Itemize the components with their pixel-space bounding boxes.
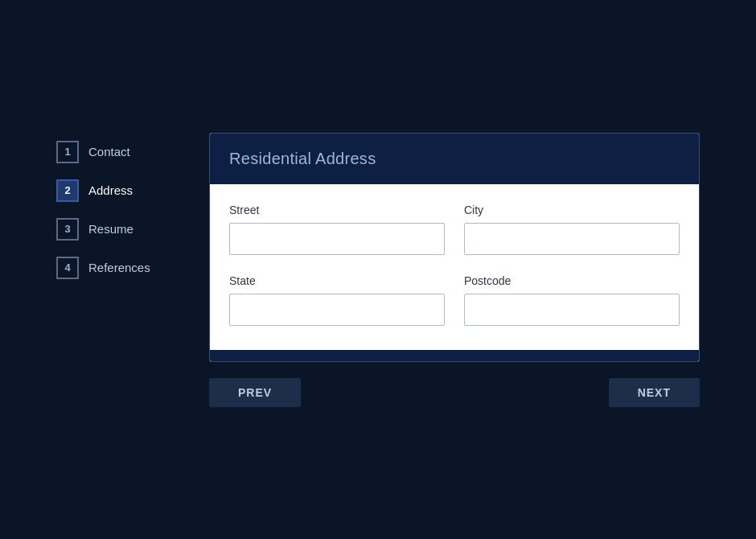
sidebar-label-references: References [88, 261, 150, 274]
form-footer [210, 350, 699, 361]
form-body: Street City State Postcode [210, 184, 699, 350]
street-input[interactable] [229, 223, 445, 255]
step-badge-4: 4 [56, 257, 79, 279]
city-label: City [464, 204, 680, 216]
postcode-field: Postcode [464, 274, 680, 326]
form-row-2: State Postcode [229, 274, 680, 326]
city-field: City [464, 204, 680, 255]
street-field: Street [229, 204, 445, 255]
form-row-1: Street City [229, 204, 680, 255]
prev-button[interactable]: PREV [209, 378, 301, 407]
street-label: Street [229, 204, 445, 216]
state-input[interactable] [229, 294, 445, 326]
sidebar-item-resume[interactable]: 3 Resume [56, 218, 185, 241]
form-header: Residential Address [210, 134, 699, 184]
step-badge-3: 3 [56, 218, 79, 241]
sidebar-item-contact[interactable]: 1 Contact [56, 141, 185, 163]
postcode-label: Postcode [464, 274, 680, 287]
postcode-input[interactable] [464, 294, 680, 326]
main-container: 1 Contact 2 Address 3 Resume 4 Reference… [56, 133, 700, 407]
state-label: State [229, 274, 445, 287]
nav-buttons: PREV NEXT [209, 378, 700, 407]
sidebar: 1 Contact 2 Address 3 Resume 4 Reference… [56, 133, 185, 279]
sidebar-label-address: Address [88, 183, 133, 197]
state-field: State [229, 274, 445, 326]
step-badge-2: 2 [56, 179, 79, 202]
city-input[interactable] [464, 223, 680, 255]
form-title: Residential Address [229, 150, 376, 167]
sidebar-item-address[interactable]: 2 Address [56, 179, 185, 202]
step-badge-1: 1 [56, 141, 79, 163]
sidebar-label-resume: Resume [88, 222, 134, 236]
next-button[interactable]: NEXT [609, 378, 700, 407]
sidebar-label-contact: Contact [88, 145, 130, 158]
sidebar-item-references[interactable]: 4 References [56, 257, 185, 279]
form-panel: Residential Address Street City [209, 133, 700, 362]
